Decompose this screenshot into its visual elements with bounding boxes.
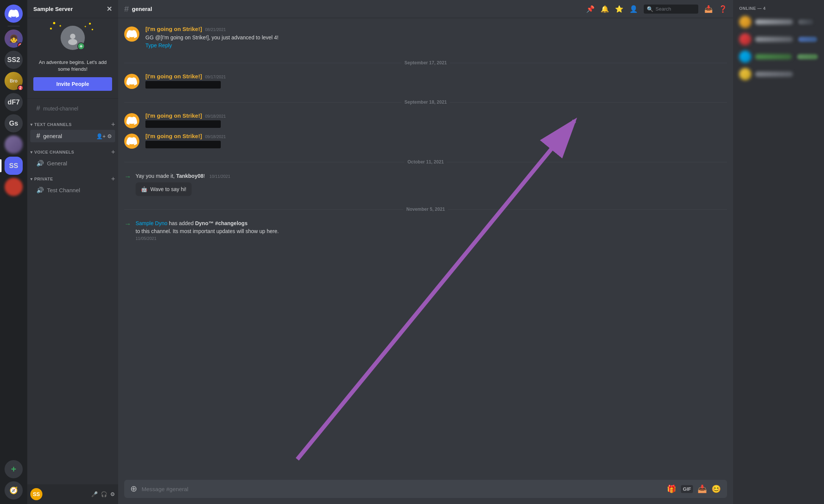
channel-hash-icon: # — [36, 104, 40, 112]
channel-name-voice-general: General — [47, 160, 112, 166]
message-item-sep18-1: [I'm going on Strike!] 09/18/2021 ██████… — [124, 111, 727, 130]
speaker-icon: 🔊 — [36, 160, 44, 167]
message-text-redacted: ████████████ — [145, 141, 727, 149]
channel-action-icons: 👤+ ⚙ — [96, 133, 112, 139]
text-channels-label[interactable]: ▾ TEXT CHANNELS — [30, 122, 72, 127]
member-item-2[interactable] — [736, 31, 821, 48]
add-member-icon[interactable]: 👤+ — [96, 133, 106, 139]
avatar-plus-badge: + — [77, 42, 85, 50]
system-arrow-icon: → — [124, 220, 131, 228]
server-divider — [8, 26, 20, 26]
server-icon-discord[interactable] — [5, 5, 23, 23]
chat-channel-title: general — [132, 6, 152, 12]
message-content: [I'm going on Strike!] 09/18/2021 ██████… — [145, 112, 727, 128]
voice-channels-label[interactable]: ▾ VOICE CHANNELS — [30, 150, 74, 155]
help-icon[interactable]: ❓ — [719, 5, 727, 13]
wave-to-say-hi-card[interactable]: 🤖 Wave to say hi! — [136, 182, 192, 196]
gift-icon[interactable]: 🎁 — [667, 484, 676, 493]
message-avatar — [124, 74, 139, 89]
message-header: [I'm going on Strike!] 09/17/2021 — [145, 73, 727, 79]
server-badge-2: 2 — [17, 85, 23, 91]
message-input-area: ⊕ 🎁 GIF 📥 😊 — [118, 480, 733, 504]
wave-emoji: 🤖 — [141, 186, 147, 192]
add-text-channel-button[interactable]: + — [111, 121, 115, 128]
date-label: September 17, 2021 — [404, 60, 447, 65]
server-icon-ss-active[interactable]: SS — [5, 157, 23, 175]
chevron-down-icon: ▾ — [30, 177, 33, 182]
member-extra — [798, 19, 813, 25]
bold-text: Dyno™ #changelogs — [195, 220, 247, 226]
category-text-channels: ▾ TEXT CHANNELS + — [27, 115, 118, 129]
bold-name: Tankboy08 — [176, 173, 203, 179]
member-avatar-4 — [739, 68, 751, 80]
server-icon-red-blur[interactable] — [5, 178, 23, 196]
system-arrow-icon: → — [124, 173, 131, 181]
member-avatar-3 — [739, 51, 751, 63]
message-username: [I'm going on Strike!] — [145, 133, 202, 139]
server-icon-gs[interactable]: Gs — [5, 114, 23, 132]
member-name-4 — [755, 72, 793, 77]
inbox-icon[interactable]: 📥 — [698, 484, 707, 493]
settings-icon[interactable]: ⚙ — [107, 133, 112, 139]
server-badge: 1 — [17, 42, 23, 48]
server-list: 👧 1 SS2 Bro 2 dF7 Gs SS + 🧭 — [0, 0, 27, 504]
server-icon-ss2[interactable]: SS2 — [5, 51, 23, 69]
message-add-icon[interactable]: ⊕ — [130, 480, 137, 498]
add-server-button[interactable]: + — [5, 460, 23, 478]
message-username: [I'm going on Strike!] — [145, 73, 202, 79]
server-icon-blur1[interactable] — [5, 135, 23, 154]
star-icon[interactable]: ⭐ — [615, 5, 623, 13]
search-bar[interactable]: 🔍 Search — [644, 5, 698, 14]
speaker-icon: 🔊 — [36, 187, 44, 194]
member-item-1[interactable] — [736, 14, 821, 30]
channel-item-muted[interactable]: # muted-channel — [30, 102, 115, 115]
members-icon[interactable]: 👤 — [629, 5, 638, 13]
member-avatar-2 — [739, 33, 751, 45]
system-text: Yay you made it, Tankboy08! 10/11/2021 — [136, 172, 727, 180]
green-link-name: Sample Dyno — [136, 220, 167, 226]
member-name-2 — [755, 37, 793, 42]
date-label: September 18, 2021 — [404, 100, 447, 105]
server-icon-anime-girl[interactable]: 👧 1 — [5, 30, 23, 48]
message-username: [I'm going on Strike!] — [145, 112, 202, 119]
inbox-icon[interactable]: 📥 — [704, 5, 713, 13]
channel-item-general[interactable]: # general 👤+ ⚙ — [30, 130, 115, 142]
system-text-continuation: to this channel. Its most important upda… — [136, 227, 727, 235]
channel-item-voice-general[interactable]: 🔊 General — [30, 157, 115, 169]
server-header[interactable]: Sample Server ✕ — [27, 0, 118, 18]
invite-people-button[interactable]: Invite People — [33, 77, 112, 91]
notification-icon[interactable]: 🔔 — [601, 5, 609, 13]
microphone-icon[interactable]: 🎤 — [91, 491, 98, 497]
add-voice-channel-button[interactable]: + — [111, 149, 115, 156]
message-content: [I'm going on Strike!] 08/21/2021 GG @[I… — [145, 26, 727, 50]
explore-button[interactable]: 🧭 — [5, 481, 23, 499]
message-header: [I'm going on Strike!] 09/18/2021 — [145, 112, 727, 119]
message-input[interactable] — [142, 482, 662, 496]
emoji-icon[interactable]: 😊 — [712, 484, 721, 493]
headphones-icon[interactable]: 🎧 — [101, 491, 107, 497]
add-private-channel-button[interactable]: + — [111, 176, 115, 182]
gif-icon[interactable]: GIF — [681, 485, 693, 493]
date-divider-oct11: October 11, 2021 — [124, 159, 727, 165]
channel-item-test-channel[interactable]: 🔊 Test Channel — [30, 184, 115, 196]
pin-icon[interactable]: 📌 — [586, 5, 595, 13]
date-label: October 11, 2021 — [407, 159, 444, 165]
settings-icon[interactable]: ⚙ — [110, 491, 115, 497]
search-placeholder: Search — [655, 6, 671, 12]
members-sidebar: ONLINE — 4 — [733, 0, 824, 504]
user-panel: SS 🎤 🎧 ⚙ — [27, 484, 118, 504]
member-avatar-1 — [739, 16, 751, 28]
server-icon-df7[interactable]: dF7 — [5, 93, 23, 111]
system-content: Sample Dyno has added Dyno™ #changelogs … — [136, 219, 727, 241]
chevron-down-icon: ▾ — [30, 150, 33, 155]
message-reply-text[interactable]: Type Reply — [145, 42, 727, 50]
close-icon[interactable]: ✕ — [106, 5, 112, 13]
message-item-sep18-2: [I'm going on Strike!] 09/18/2021 ██████… — [124, 131, 727, 150]
current-user-avatar: SS — [30, 488, 42, 500]
message-username: [I'm going on Strike!] — [145, 26, 202, 32]
member-item-3[interactable] — [736, 48, 821, 65]
private-label[interactable]: ▾ PRIVATE — [30, 177, 53, 182]
member-extra — [798, 37, 817, 42]
member-item-4[interactable] — [736, 66, 821, 82]
server-icon-bro[interactable]: Bro 2 — [5, 72, 23, 90]
